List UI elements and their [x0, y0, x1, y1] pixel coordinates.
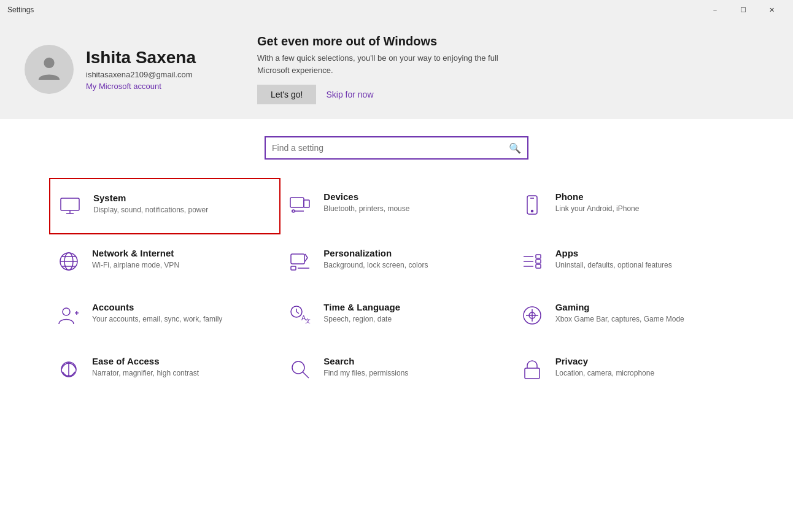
setting-name-search: Search: [323, 356, 408, 366]
setting-desc-time: Speech, region, date: [323, 314, 400, 325]
devices-icon: [287, 191, 314, 218]
setting-desc-accounts: Your accounts, email, sync, work, family: [92, 314, 222, 325]
svg-rect-7: [291, 210, 296, 212]
svg-point-11: [531, 210, 533, 212]
search-icon: [287, 356, 314, 383]
skip-button[interactable]: Skip for now: [326, 90, 373, 99]
window-controls: − ☐ ✕: [701, 0, 786, 20]
setting-name-ease: Ease of Access: [92, 356, 199, 366]
maximize-button[interactable]: ☐: [729, 0, 757, 20]
search-section: 🔍: [0, 119, 793, 172]
personalization-icon: [287, 248, 314, 275]
svg-rect-4: [290, 198, 304, 207]
accounts-icon: [55, 302, 82, 329]
profile-left: Ishita Saxena ishitasaxena2109@gmail.com…: [25, 45, 196, 94]
setting-desc-personalization: Background, lock screen, colors: [323, 260, 428, 271]
promo-title: Get even more out of Windows: [257, 34, 768, 48]
letsgo-button[interactable]: Let's go!: [257, 85, 317, 104]
privacy-icon: [519, 356, 546, 383]
phone-icon: [519, 191, 546, 218]
setting-desc-gaming: Xbox Game Bar, captures, Game Mode: [555, 314, 684, 325]
setting-name-time: Time & Language: [323, 302, 400, 312]
setting-name-gaming: Gaming: [555, 302, 684, 312]
promo-desc: With a few quick selections, you'll be o…: [257, 52, 515, 76]
promo-actions: Let's go! Skip for now: [257, 85, 768, 104]
svg-rect-1: [61, 198, 79, 210]
setting-item-time[interactable]: A 文 Time & Language Speech, region, date: [280, 288, 512, 342]
setting-desc-devices: Bluetooth, printers, mouse: [323, 204, 409, 214]
apps-icon: [519, 248, 546, 275]
svg-text:文: 文: [305, 318, 311, 324]
search-icon: 🔍: [509, 142, 521, 154]
svg-point-0: [44, 58, 54, 68]
minimize-button[interactable]: −: [701, 0, 729, 20]
svg-rect-23: [536, 255, 541, 258]
setting-item-personalization[interactable]: Personalization Background, lock screen,…: [280, 234, 512, 288]
avatar: [25, 45, 74, 94]
svg-point-26: [63, 308, 70, 315]
promo-section: Get even more out of Windows With a few …: [233, 34, 768, 104]
setting-item-network[interactable]: Network & Internet Wi-Fi, airplane mode,…: [49, 234, 280, 288]
gaming-icon: [519, 302, 546, 329]
setting-item-phone[interactable]: Phone Link your Android, iPhone: [513, 178, 744, 234]
profile-section: Ishita Saxena ishitasaxena2109@gmail.com…: [0, 20, 793, 119]
setting-name-privacy: Privacy: [555, 356, 654, 366]
profile-name: Ishita Saxena: [86, 48, 196, 67]
profile-info: Ishita Saxena ishitasaxena2109@gmail.com…: [86, 48, 196, 91]
setting-item-ease[interactable]: Ease of Access Narrator, magnifier, high…: [49, 342, 280, 396]
setting-name-network: Network & Internet: [92, 248, 179, 258]
setting-name-accounts: Accounts: [92, 302, 222, 312]
setting-item-search[interactable]: Search Find my files, permissions: [280, 342, 512, 396]
microsoft-account-link[interactable]: My Microsoft account: [86, 82, 196, 91]
setting-desc-search: Find my files, permissions: [323, 368, 408, 379]
app-title: Settings: [7, 6, 34, 14]
titlebar: Settings − ☐ ✕: [0, 0, 793, 20]
setting-name-devices: Devices: [323, 191, 409, 202]
svg-rect-18: [291, 266, 296, 270]
setting-item-apps[interactable]: Apps Uninstall, defaults, optional featu…: [513, 234, 744, 288]
svg-rect-5: [304, 200, 309, 207]
svg-line-41: [303, 372, 309, 378]
close-button[interactable]: ✕: [757, 0, 786, 20]
user-icon: [36, 55, 62, 83]
svg-rect-17: [291, 254, 304, 264]
network-icon: [55, 248, 82, 275]
time-icon: A 文: [287, 302, 314, 329]
setting-item-privacy[interactable]: Privacy Location, camera, microphone: [513, 342, 744, 396]
setting-item-system[interactable]: System Display, sound, notifications, po…: [49, 178, 280, 234]
svg-rect-25: [536, 264, 541, 268]
system-icon: [56, 193, 83, 220]
svg-rect-24: [536, 260, 541, 263]
setting-item-devices[interactable]: Devices Bluetooth, printers, mouse: [280, 178, 512, 234]
ease-icon: [55, 356, 82, 383]
setting-item-accounts[interactable]: Accounts Your accounts, email, sync, wor…: [49, 288, 280, 342]
search-box[interactable]: 🔍: [265, 136, 528, 160]
setting-name-system: System: [93, 193, 208, 203]
setting-desc-system: Display, sound, notifications, power: [93, 205, 208, 215]
setting-desc-privacy: Location, camera, microphone: [555, 368, 654, 379]
setting-name-apps: Apps: [555, 248, 672, 258]
svg-line-31: [296, 312, 299, 314]
setting-desc-network: Wi-Fi, airplane mode, VPN: [92, 260, 179, 271]
setting-desc-apps: Uninstall, defaults, optional features: [555, 260, 672, 271]
setting-name-personalization: Personalization: [323, 248, 428, 258]
settings-grid: System Display, sound, notifications, po…: [0, 172, 793, 409]
svg-rect-42: [525, 368, 540, 379]
search-input[interactable]: [272, 143, 509, 153]
setting-item-gaming[interactable]: Gaming Xbox Game Bar, captures, Game Mod…: [513, 288, 744, 342]
setting-name-phone: Phone: [555, 191, 640, 202]
setting-desc-ease: Narrator, magnifier, high contrast: [92, 368, 199, 379]
profile-email: ishitasaxena2109@gmail.com: [86, 70, 196, 79]
setting-desc-phone: Link your Android, iPhone: [555, 204, 640, 214]
